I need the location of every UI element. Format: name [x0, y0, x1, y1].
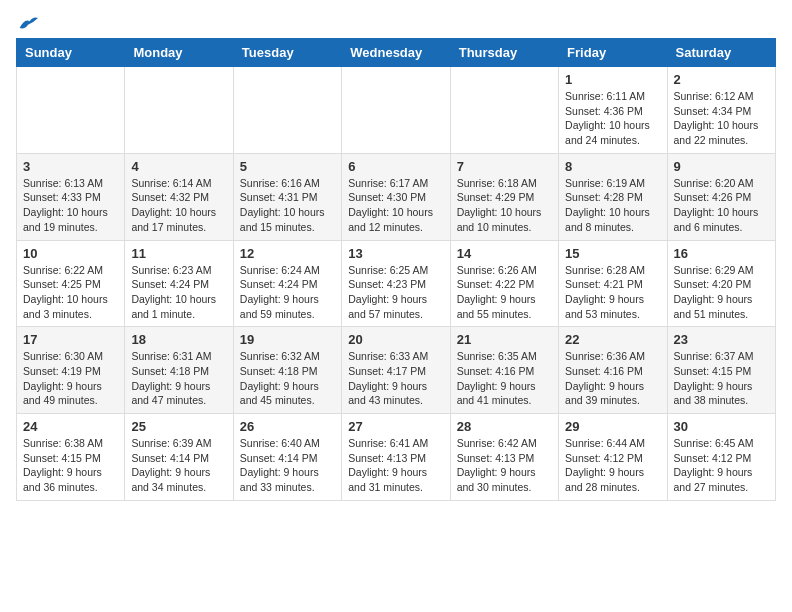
day-info: Sunrise: 6:44 AM Sunset: 4:12 PM Dayligh…	[565, 436, 660, 495]
day-number: 21	[457, 332, 552, 347]
col-header-monday: Monday	[125, 39, 233, 67]
calendar-cell: 30Sunrise: 6:45 AM Sunset: 4:12 PM Dayli…	[667, 414, 775, 501]
day-number: 19	[240, 332, 335, 347]
day-number: 15	[565, 246, 660, 261]
col-header-wednesday: Wednesday	[342, 39, 450, 67]
day-number: 1	[565, 72, 660, 87]
calendar-cell: 29Sunrise: 6:44 AM Sunset: 4:12 PM Dayli…	[559, 414, 667, 501]
day-info: Sunrise: 6:42 AM Sunset: 4:13 PM Dayligh…	[457, 436, 552, 495]
day-info: Sunrise: 6:13 AM Sunset: 4:33 PM Dayligh…	[23, 176, 118, 235]
calendar-cell: 23Sunrise: 6:37 AM Sunset: 4:15 PM Dayli…	[667, 327, 775, 414]
day-number: 17	[23, 332, 118, 347]
col-header-thursday: Thursday	[450, 39, 558, 67]
day-number: 16	[674, 246, 769, 261]
calendar-cell: 22Sunrise: 6:36 AM Sunset: 4:16 PM Dayli…	[559, 327, 667, 414]
day-number: 5	[240, 159, 335, 174]
day-info: Sunrise: 6:36 AM Sunset: 4:16 PM Dayligh…	[565, 349, 660, 408]
col-header-saturday: Saturday	[667, 39, 775, 67]
day-number: 13	[348, 246, 443, 261]
calendar-cell: 6Sunrise: 6:17 AM Sunset: 4:30 PM Daylig…	[342, 153, 450, 240]
calendar-cell: 7Sunrise: 6:18 AM Sunset: 4:29 PM Daylig…	[450, 153, 558, 240]
day-info: Sunrise: 6:29 AM Sunset: 4:20 PM Dayligh…	[674, 263, 769, 322]
calendar-cell: 11Sunrise: 6:23 AM Sunset: 4:24 PM Dayli…	[125, 240, 233, 327]
day-info: Sunrise: 6:39 AM Sunset: 4:14 PM Dayligh…	[131, 436, 226, 495]
calendar-cell: 25Sunrise: 6:39 AM Sunset: 4:14 PM Dayli…	[125, 414, 233, 501]
day-number: 25	[131, 419, 226, 434]
day-info: Sunrise: 6:18 AM Sunset: 4:29 PM Dayligh…	[457, 176, 552, 235]
col-header-sunday: Sunday	[17, 39, 125, 67]
day-info: Sunrise: 6:31 AM Sunset: 4:18 PM Dayligh…	[131, 349, 226, 408]
day-number: 4	[131, 159, 226, 174]
day-info: Sunrise: 6:45 AM Sunset: 4:12 PM Dayligh…	[674, 436, 769, 495]
calendar-cell: 27Sunrise: 6:41 AM Sunset: 4:13 PM Dayli…	[342, 414, 450, 501]
day-info: Sunrise: 6:41 AM Sunset: 4:13 PM Dayligh…	[348, 436, 443, 495]
page-header	[16, 16, 776, 30]
day-number: 24	[23, 419, 118, 434]
calendar-cell: 12Sunrise: 6:24 AM Sunset: 4:24 PM Dayli…	[233, 240, 341, 327]
calendar-cell: 4Sunrise: 6:14 AM Sunset: 4:32 PM Daylig…	[125, 153, 233, 240]
day-info: Sunrise: 6:24 AM Sunset: 4:24 PM Dayligh…	[240, 263, 335, 322]
day-info: Sunrise: 6:16 AM Sunset: 4:31 PM Dayligh…	[240, 176, 335, 235]
calendar-week-row: 24Sunrise: 6:38 AM Sunset: 4:15 PM Dayli…	[17, 414, 776, 501]
calendar-week-row: 17Sunrise: 6:30 AM Sunset: 4:19 PM Dayli…	[17, 327, 776, 414]
logo-bird-icon	[18, 16, 38, 30]
calendar-cell: 19Sunrise: 6:32 AM Sunset: 4:18 PM Dayli…	[233, 327, 341, 414]
day-number: 18	[131, 332, 226, 347]
calendar-cell: 28Sunrise: 6:42 AM Sunset: 4:13 PM Dayli…	[450, 414, 558, 501]
day-info: Sunrise: 6:22 AM Sunset: 4:25 PM Dayligh…	[23, 263, 118, 322]
day-number: 6	[348, 159, 443, 174]
day-info: Sunrise: 6:17 AM Sunset: 4:30 PM Dayligh…	[348, 176, 443, 235]
calendar-cell: 10Sunrise: 6:22 AM Sunset: 4:25 PM Dayli…	[17, 240, 125, 327]
col-header-tuesday: Tuesday	[233, 39, 341, 67]
calendar-cell: 1Sunrise: 6:11 AM Sunset: 4:36 PM Daylig…	[559, 67, 667, 154]
day-info: Sunrise: 6:14 AM Sunset: 4:32 PM Dayligh…	[131, 176, 226, 235]
col-header-friday: Friday	[559, 39, 667, 67]
logo	[16, 16, 38, 30]
day-info: Sunrise: 6:12 AM Sunset: 4:34 PM Dayligh…	[674, 89, 769, 148]
day-info: Sunrise: 6:26 AM Sunset: 4:22 PM Dayligh…	[457, 263, 552, 322]
day-number: 11	[131, 246, 226, 261]
calendar-cell: 5Sunrise: 6:16 AM Sunset: 4:31 PM Daylig…	[233, 153, 341, 240]
calendar-week-row: 3Sunrise: 6:13 AM Sunset: 4:33 PM Daylig…	[17, 153, 776, 240]
calendar-cell: 13Sunrise: 6:25 AM Sunset: 4:23 PM Dayli…	[342, 240, 450, 327]
day-number: 8	[565, 159, 660, 174]
calendar-header-row: SundayMondayTuesdayWednesdayThursdayFrid…	[17, 39, 776, 67]
calendar-cell	[450, 67, 558, 154]
day-info: Sunrise: 6:35 AM Sunset: 4:16 PM Dayligh…	[457, 349, 552, 408]
day-number: 9	[674, 159, 769, 174]
day-number: 23	[674, 332, 769, 347]
day-info: Sunrise: 6:23 AM Sunset: 4:24 PM Dayligh…	[131, 263, 226, 322]
calendar-cell: 14Sunrise: 6:26 AM Sunset: 4:22 PM Dayli…	[450, 240, 558, 327]
day-number: 27	[348, 419, 443, 434]
day-info: Sunrise: 6:19 AM Sunset: 4:28 PM Dayligh…	[565, 176, 660, 235]
calendar-cell: 26Sunrise: 6:40 AM Sunset: 4:14 PM Dayli…	[233, 414, 341, 501]
calendar-week-row: 1Sunrise: 6:11 AM Sunset: 4:36 PM Daylig…	[17, 67, 776, 154]
calendar-cell: 21Sunrise: 6:35 AM Sunset: 4:16 PM Dayli…	[450, 327, 558, 414]
calendar-cell: 15Sunrise: 6:28 AM Sunset: 4:21 PM Dayli…	[559, 240, 667, 327]
day-info: Sunrise: 6:32 AM Sunset: 4:18 PM Dayligh…	[240, 349, 335, 408]
calendar-cell	[233, 67, 341, 154]
day-info: Sunrise: 6:38 AM Sunset: 4:15 PM Dayligh…	[23, 436, 118, 495]
calendar-cell	[342, 67, 450, 154]
day-info: Sunrise: 6:25 AM Sunset: 4:23 PM Dayligh…	[348, 263, 443, 322]
calendar-cell: 24Sunrise: 6:38 AM Sunset: 4:15 PM Dayli…	[17, 414, 125, 501]
calendar-cell: 2Sunrise: 6:12 AM Sunset: 4:34 PM Daylig…	[667, 67, 775, 154]
calendar-cell: 17Sunrise: 6:30 AM Sunset: 4:19 PM Dayli…	[17, 327, 125, 414]
day-info: Sunrise: 6:40 AM Sunset: 4:14 PM Dayligh…	[240, 436, 335, 495]
day-info: Sunrise: 6:30 AM Sunset: 4:19 PM Dayligh…	[23, 349, 118, 408]
day-number: 28	[457, 419, 552, 434]
calendar-cell	[125, 67, 233, 154]
day-number: 2	[674, 72, 769, 87]
day-number: 22	[565, 332, 660, 347]
day-number: 30	[674, 419, 769, 434]
day-number: 26	[240, 419, 335, 434]
day-number: 20	[348, 332, 443, 347]
calendar-cell: 9Sunrise: 6:20 AM Sunset: 4:26 PM Daylig…	[667, 153, 775, 240]
day-number: 10	[23, 246, 118, 261]
day-info: Sunrise: 6:33 AM Sunset: 4:17 PM Dayligh…	[348, 349, 443, 408]
calendar-cell: 20Sunrise: 6:33 AM Sunset: 4:17 PM Dayli…	[342, 327, 450, 414]
calendar-cell: 8Sunrise: 6:19 AM Sunset: 4:28 PM Daylig…	[559, 153, 667, 240]
calendar-table: SundayMondayTuesdayWednesdayThursdayFrid…	[16, 38, 776, 501]
calendar-week-row: 10Sunrise: 6:22 AM Sunset: 4:25 PM Dayli…	[17, 240, 776, 327]
day-number: 14	[457, 246, 552, 261]
